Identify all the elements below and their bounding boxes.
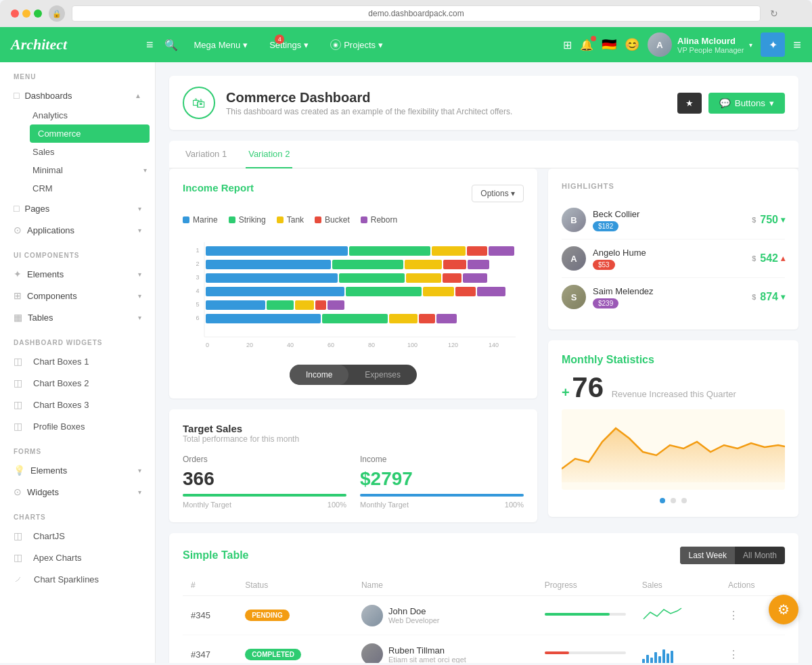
options-button[interactable]: Options ▾: [472, 185, 524, 202]
income-progress: [360, 494, 524, 497]
row-progress: [537, 635, 634, 664]
chart-legend: Marine Striking Tank: [183, 215, 524, 225]
svg-text:5: 5: [196, 301, 199, 308]
col-actions: Actions: [720, 575, 785, 596]
sidebar-item-crm[interactable]: CRM: [24, 179, 155, 198]
row-sales: [634, 635, 720, 664]
svg-rect-24: [346, 287, 422, 296]
arrow-down-icon-2: ▾: [781, 292, 785, 302]
hamburger-icon[interactable]: ≡: [146, 38, 154, 52]
svg-text:6: 6: [196, 315, 199, 321]
buttons-button[interactable]: 💬 Buttons ▾: [708, 93, 785, 114]
highlights-card: HIGHLIGHTS B Beck Collier $182 $ 750: [548, 168, 798, 329]
svg-rect-32: [328, 300, 344, 310]
filter-all-month-btn[interactable]: All Month: [735, 547, 785, 564]
search-icon[interactable]: 🔍: [164, 39, 178, 51]
star-button[interactable]: ★: [677, 93, 702, 114]
tab-variation2[interactable]: Variation 2: [246, 141, 292, 168]
stats-dot-1[interactable]: [671, 498, 676, 503]
row-id: #345: [183, 596, 237, 635]
sidebar-item-profile-boxes[interactable]: ◫ Profile Boxes: [0, 415, 155, 437]
svg-text:3: 3: [196, 274, 199, 281]
svg-rect-27: [477, 287, 505, 296]
sidebar-item-applications[interactable]: ⊙ Applications ▾: [0, 219, 155, 241]
svg-rect-22: [463, 273, 487, 283]
row-action-btn[interactable]: ⋮: [728, 609, 739, 622]
svg-rect-17: [468, 260, 489, 269]
row-actions: ⋮: [720, 635, 785, 664]
address-bar: demo.dashboardpack.com: [72, 5, 761, 22]
user-profile[interactable]: A Alina Mclourd VP People Manager ▾: [648, 32, 752, 57]
col-sales: Sales: [634, 575, 720, 596]
stats-dot-2[interactable]: [681, 498, 687, 503]
highlight-row-2: S Saim Melendez $239 $ 874 ▾: [562, 278, 785, 316]
monthly-number: 76: [572, 371, 604, 403]
svg-text:20: 20: [246, 342, 253, 348]
sidebar-item-apex-charts[interactable]: ◫ Apex Charts: [0, 547, 155, 568]
megamenu-nav[interactable]: Mega Menu ▾: [189, 37, 254, 53]
sidebar-item-chart-sparklines[interactable]: ⟋ Chart Sparklines: [0, 568, 155, 590]
sidebar-item-pages[interactable]: □ Pages ▾: [0, 198, 155, 219]
settings-nav[interactable]: 4 Settings ▾: [264, 37, 314, 53]
sidebar-item-tables[interactable]: ▦ Tables ▾: [0, 306, 155, 328]
sidebar-item-form-widgets[interactable]: ⊙ Widgets ▾: [0, 481, 155, 503]
svg-text:60: 60: [328, 342, 334, 348]
sidebar-item-chartjs[interactable]: ◫ ChartJS: [0, 525, 155, 547]
action-icon[interactable]: ✦: [761, 32, 785, 57]
svg-text:120: 120: [448, 342, 458, 348]
bell-icon[interactable]: 🔔: [580, 39, 593, 51]
svg-rect-18: [206, 273, 338, 283]
svg-text:4: 4: [196, 288, 199, 294]
stats-dot-0[interactable]: [660, 498, 665, 503]
sidebar-item-analytics[interactable]: Analytics: [24, 106, 155, 124]
monthly-text: Revenue Increased this Quarter: [612, 389, 736, 399]
row-status: PENDING: [237, 596, 353, 635]
forms-label: FORMS: [0, 437, 155, 459]
page-title: Commerce Dashboard: [226, 90, 512, 106]
sidebar-item-chart-boxes-1[interactable]: ◫ Chart Boxes 1: [0, 350, 155, 372]
filter-last-week-btn[interactable]: Last Week: [680, 547, 734, 564]
sidebar-item-sales[interactable]: Sales: [24, 143, 155, 161]
dashboard-widgets-label: DASHBOARD WIDGETS: [0, 328, 155, 350]
stats-dots: [562, 498, 785, 503]
sidebar-item-commerce[interactable]: Commerce: [30, 124, 150, 143]
menu-icon[interactable]: ≡: [793, 37, 801, 53]
settings-badge: 4: [275, 35, 284, 44]
legend-bucket: Bucket: [315, 215, 350, 225]
smile-icon[interactable]: 😊: [625, 37, 639, 52]
monthly-stats-card: Monthly Statistics + 76 Revenue Increase…: [548, 340, 798, 517]
settings-label: Settings: [269, 40, 301, 50]
svg-rect-31: [315, 300, 326, 310]
gear-button[interactable]: ⚙: [769, 595, 798, 624]
svg-rect-37: [436, 314, 457, 323]
app-logo: Architect: [11, 36, 146, 53]
income-report-title: Income Report: [183, 182, 254, 193]
left-column: Income Report Options ▾ Marine Strik: [169, 168, 537, 522]
svg-rect-9: [349, 246, 430, 256]
col-status: Status: [237, 575, 353, 596]
tab-variation1[interactable]: Variation 1: [183, 141, 229, 168]
expenses-toggle-btn[interactable]: Expenses: [348, 365, 417, 385]
svg-text:80: 80: [368, 342, 375, 348]
svg-rect-30: [295, 300, 314, 310]
sidebar-item-dashboards[interactable]: □ Dashboards ▲: [0, 85, 155, 106]
flag-icon[interactable]: 🇩🇪: [602, 37, 616, 52]
row-action-btn[interactable]: ⋮: [728, 648, 739, 661]
sidebar-item-elements[interactable]: ✦ Elements ▾: [0, 263, 155, 285]
user-role: VP People Manager: [677, 46, 744, 54]
svg-text:0: 0: [206, 342, 209, 348]
svg-rect-15: [405, 260, 442, 269]
sidebar-item-minimal[interactable]: Minimal ▾: [24, 161, 155, 179]
sidebar-item-form-elements[interactable]: 💡 Elements ▾: [0, 459, 155, 481]
income-toggle-btn[interactable]: Income: [290, 365, 348, 385]
row-avatar: [361, 605, 383, 626]
grid-icon[interactable]: ⊞: [563, 39, 572, 51]
sidebar-item-components[interactable]: ⊞ Components ▾: [0, 285, 155, 306]
sidebar-item-chart-boxes-2[interactable]: ◫ Chart Boxes 2: [0, 372, 155, 394]
highlight-row-1: A Angelo Hume $53 $ 542 ▴: [562, 239, 785, 278]
svg-rect-10: [432, 246, 466, 256]
orders-progress: [183, 494, 346, 497]
sidebar-item-chart-boxes-3[interactable]: ◫ Chart Boxes 3: [0, 394, 155, 415]
projects-nav[interactable]: ◉ Projects ▾: [325, 37, 388, 53]
monthly-chart: [562, 409, 785, 490]
